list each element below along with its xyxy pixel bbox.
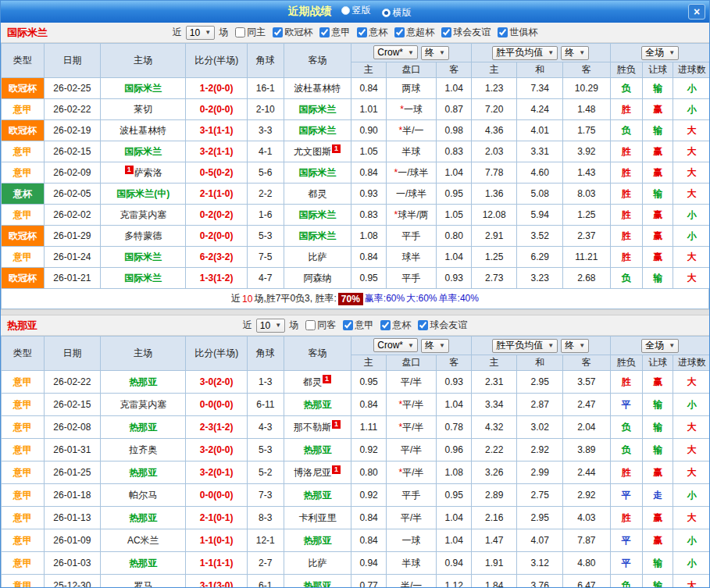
score-cell: 0-0(0-0) <box>186 484 248 507</box>
chevron-down-icon: ▼ <box>548 342 554 349</box>
filter-checkbox[interactable] <box>343 320 353 330</box>
league-filter[interactable]: 意杯 <box>357 26 387 39</box>
win-odds-away-cell: 2.47 <box>563 394 611 416</box>
date-cell: 26-01-21 <box>44 268 101 289</box>
goals-result-cell: 小 <box>673 205 710 226</box>
win-odds-draw-cell: 3.12 <box>517 552 563 575</box>
subheader-cell: 盘口 <box>386 62 437 78</box>
win-odds-draw-cell: 4.24 <box>517 99 563 120</box>
home-team-cell: 波杜基林特 <box>101 120 186 141</box>
header-group-cell: 全场▼ <box>610 44 710 62</box>
result-cell: 胜 <box>610 141 642 162</box>
live-odds-star: * <box>400 104 404 115</box>
table-row: 意甲26-01-25热那亚3-2(0-1)5-2博洛尼亚10.80*平/半1.0… <box>2 461 710 484</box>
filter-checkbox[interactable] <box>418 320 428 330</box>
summary-part: 赢率:60% <box>365 292 405 305</box>
table-row: 意甲26-02-22莱切0-2(0-0)2-10国际米兰1.01*一球0.877… <box>2 99 710 120</box>
handicap-line-cell: 一球 <box>386 529 437 552</box>
handicap-line-cell: 平手 <box>386 484 437 507</box>
away-team-cell: 国际米兰 <box>284 120 351 141</box>
final-select[interactable]: 终▼ <box>561 46 589 60</box>
filter-checkbox[interactable] <box>498 27 508 37</box>
filter-checkbox[interactable] <box>441 27 451 37</box>
team-title: 热那亚 <box>7 319 37 333</box>
filter-checkbox[interactable] <box>380 320 391 330</box>
league-filter[interactable]: 意甲 <box>343 319 373 332</box>
corners-cell: 1-3 <box>248 371 284 394</box>
filter-checkbox[interactable] <box>235 27 245 37</box>
league-filter[interactable]: 同主 <box>235 26 266 39</box>
goals-result-cell: 大 <box>673 439 710 461</box>
league-filter[interactable]: 意甲 <box>319 26 350 39</box>
handicap-result-cell: 赢 <box>643 371 673 394</box>
header-cell: 主场 <box>101 44 186 78</box>
team-name: 那不勒斯 <box>294 422 331 433</box>
win-draw-loss-avg-select[interactable]: 胜平负均值▼ <box>492 46 558 60</box>
handicap-line-cell: *一球 <box>386 99 437 120</box>
away-team-cell: 卡利亚里 <box>284 507 351 529</box>
handicap-line-cell: *半/一 <box>386 120 437 141</box>
recent-count-select[interactable]: 10▼ <box>186 26 215 40</box>
filter-controls: 近10▼场同主欧冠杯意甲意杯意超杯球会友谊世俱杯 <box>1 26 709 40</box>
win-odds-draw-cell: 3.52 <box>517 226 563 247</box>
away-team-cell: 比萨 <box>284 247 351 268</box>
odds-company-select[interactable]: Crow*▼ <box>373 45 418 59</box>
layout-radio[interactable]: 竖版 <box>341 4 371 17</box>
select-value: Crow* <box>377 47 403 58</box>
handicap-home-odds-cell: 1.01 <box>351 99 386 120</box>
home-team-cell: 国际米兰 <box>101 78 186 99</box>
select-value: 胜平负均值 <box>496 46 543 59</box>
league-filter[interactable]: 意超杯 <box>394 26 434 39</box>
full-match-select[interactable]: 全场▼ <box>641 339 679 353</box>
table-row: 意甲26-01-31拉齐奥3-2(0-0)5-3热那亚0.92平/半0.962.… <box>2 439 710 461</box>
league-cell: 欧冠杯 <box>2 78 45 99</box>
final-select[interactable]: 终▼ <box>421 339 449 353</box>
win-draw-loss-avg-select[interactable]: 胜平负均值▼ <box>492 339 558 353</box>
league-filter[interactable]: 世俱杯 <box>498 26 537 39</box>
final-select[interactable]: 终▼ <box>421 46 449 60</box>
handicap-away-odds-cell: 0.93 <box>437 371 471 394</box>
date-cell: 26-02-02 <box>44 205 101 226</box>
win-odds-away-cell: 2.37 <box>563 226 611 247</box>
filter-checkbox[interactable] <box>394 27 405 37</box>
league-filter[interactable]: 意杯 <box>380 319 411 332</box>
team-name: 莱切 <box>134 104 152 115</box>
handicap-home-odds-cell: 0.84 <box>351 247 386 268</box>
score-cell: 0-2(0-0) <box>186 226 248 247</box>
odds-company-select[interactable]: Crow*▼ <box>373 338 418 352</box>
away-team-cell: 比萨 <box>284 552 351 575</box>
header-group-cell: 全场▼ <box>610 337 710 355</box>
final-select[interactable]: 终▼ <box>561 339 589 353</box>
games-label: 场 <box>289 319 298 332</box>
filter-checkbox[interactable] <box>357 27 367 37</box>
handicap-result-cell: 赢 <box>643 226 673 247</box>
layout-radio[interactable]: 横版 <box>382 6 412 20</box>
recent-count-select[interactable]: 10▼ <box>256 319 285 333</box>
score-cell: 6-2(3-2) <box>186 247 248 268</box>
filter-checkbox[interactable] <box>319 27 330 37</box>
section-filterbar: 国际米兰近10▼场同主欧冠杯意甲意杯意超杯球会友谊世俱杯 <box>1 23 709 43</box>
result-cell: 胜 <box>610 461 642 484</box>
chevron-down-icon: ▼ <box>548 49 554 56</box>
filter-checkbox[interactable] <box>305 320 316 330</box>
league-filter[interactable]: 球会友谊 <box>418 319 467 332</box>
handicap-away-odds-cell: 0.95 <box>437 484 471 507</box>
close-icon[interactable]: × <box>688 4 705 20</box>
goals-result-cell: 小 <box>673 484 710 507</box>
layout-radio-group: 竖版横版 <box>341 4 423 20</box>
win-odds-home-cell: 3.34 <box>471 394 517 416</box>
table-row: 意甲26-02-15克雷莫内塞0-0(0-0)6-11热那亚0.84*平/半1.… <box>2 394 710 416</box>
chevron-down-icon: ▼ <box>579 49 585 56</box>
league-filter[interactable]: 同客 <box>305 319 336 332</box>
handicap-result-cell: 输 <box>643 184 673 205</box>
team-name: 热那亚 <box>129 558 157 568</box>
league-filter[interactable]: 球会友谊 <box>441 26 491 39</box>
corners-cell: 5-2 <box>248 461 284 484</box>
full-match-select[interactable]: 全场▼ <box>641 46 679 60</box>
section-divider <box>1 309 709 315</box>
select-value: 10 <box>260 320 270 331</box>
win-odds-draw-cell: 3.02 <box>517 416 563 439</box>
filter-checkbox[interactable] <box>273 27 283 37</box>
league-filter[interactable]: 欧冠杯 <box>273 26 312 39</box>
win-odds-draw-cell: 5.08 <box>517 184 563 205</box>
